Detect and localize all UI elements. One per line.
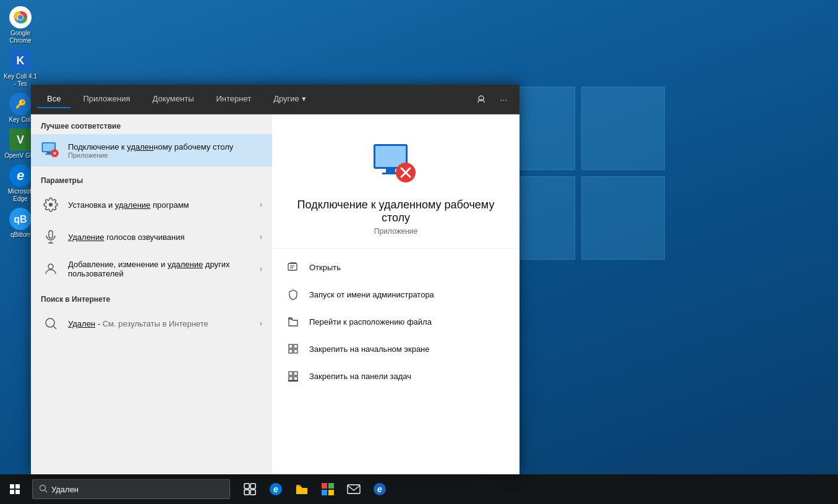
- search-tab-actions: ···: [471, 90, 513, 109]
- web-search-item[interactable]: Удален - См. результаты в Интернете ›: [31, 307, 272, 340]
- action-pin-start[interactable]: Закрепить на начальном экране: [272, 335, 519, 362]
- svg-rect-62: [328, 490, 334, 495]
- action-pin-taskbar-label: Закрепить на панели задач: [309, 372, 411, 381]
- svg-rect-45: [294, 377, 297, 380]
- taskbar-search-input[interactable]: [51, 485, 223, 494]
- svg-rect-48: [15, 484, 20, 489]
- settings-item-voices[interactable]: Удаление голосов озвучивания ›: [31, 221, 272, 253]
- user-icon: [41, 259, 61, 279]
- app-detail-icon: [371, 139, 421, 189]
- settings-item-users[interactable]: Добавление, изменение и удаление других …: [31, 253, 272, 285]
- web-search-text: Удален - См. результаты в Интернете: [68, 319, 252, 328]
- settings-item-install[interactable]: Установка и удаление программ ›: [31, 189, 272, 221]
- settings-item-text: Установка и удаление программ: [68, 200, 252, 210]
- svg-rect-40: [289, 349, 293, 353]
- svg-rect-56: [250, 490, 255, 495]
- rdp-large-icon: [371, 139, 421, 189]
- desktop-icon-keycoll1[interactable]: K Key Coll 4.1 - Tes: [3, 49, 38, 88]
- ellipsis-icon: ···: [500, 95, 507, 105]
- desktop-icon-label: qBittorr: [11, 231, 30, 239]
- action-pin-taskbar[interactable]: Закрепить на панели задач: [272, 362, 519, 390]
- svg-line-27: [54, 327, 57, 330]
- svg-point-51: [40, 485, 46, 490]
- desktop-icon-label: Key Coll: [9, 116, 32, 124]
- taskbar-task-view[interactable]: [237, 474, 262, 504]
- chevron-down-icon: ▾: [302, 94, 306, 103]
- svg-rect-43: [294, 372, 297, 375]
- tab-apps[interactable]: Приложения: [73, 90, 140, 108]
- taskbar-icons: e: [237, 474, 392, 504]
- taskbar-search-icon: [39, 484, 48, 495]
- edge-taskbar-icon: e: [269, 482, 283, 496]
- action-file-location[interactable]: Перейти к расположению файла: [272, 308, 519, 335]
- settings-voices-text: Удаление голосов озвучивания: [68, 233, 252, 242]
- svg-rect-30: [386, 169, 395, 173]
- app-detail-title: Подключение к удаленному рабочемустолу: [297, 199, 495, 224]
- svg-rect-22: [49, 231, 53, 238]
- taskbar-mail[interactable]: [341, 474, 366, 504]
- settings-users-title: Добавление, изменение и удаление других …: [68, 260, 252, 278]
- more-options-button[interactable]: ···: [494, 90, 513, 109]
- ie-icon: e: [373, 482, 387, 496]
- arrow-icon: ›: [260, 233, 262, 241]
- arrow-icon: ›: [260, 265, 262, 273]
- start-menu: Все Приложения Документы Интернет Другие…: [31, 85, 519, 474]
- desktop-icon-label: Google Chrome: [3, 30, 38, 45]
- svg-rect-38: [289, 344, 293, 348]
- svg-rect-35: [288, 263, 297, 270]
- best-match-header: Лучшее соответствие: [31, 114, 272, 134]
- tab-all[interactable]: Все: [37, 90, 71, 108]
- best-match-title: Подключение к удаленному рабочему столу: [68, 142, 262, 152]
- edge-icon: e: [9, 164, 32, 187]
- action-run-as-admin-label: Запуск от имени администратора: [309, 290, 434, 299]
- explorer-icon: [295, 482, 309, 496]
- svg-text:qB: qB: [14, 214, 27, 224]
- app-detail-header: Подключение к удаленному рабочемустолу П…: [272, 114, 519, 249]
- left-panel: Лучшее соответствие ✕: [31, 114, 272, 474]
- openvgui-icon: V: [9, 129, 32, 151]
- settings-section: Параметры Установка и удаление программ: [31, 169, 272, 285]
- desktop-icon-google-chrome[interactable]: Google Chrome: [3, 6, 38, 45]
- action-open-label: Открыть: [309, 263, 341, 272]
- cortana-icon: [476, 95, 486, 105]
- svg-text:e: e: [17, 168, 24, 183]
- svg-line-52: [45, 490, 48, 492]
- taskbar-ie[interactable]: e: [367, 474, 392, 504]
- keycoll1-icon: K: [9, 49, 32, 72]
- windows-start-icon: [9, 484, 20, 495]
- tab-docs[interactable]: Документы: [142, 90, 203, 108]
- tab-other[interactable]: Другие ▾: [263, 90, 316, 108]
- svg-rect-41: [294, 349, 297, 353]
- arrow-icon: ›: [260, 319, 262, 328]
- action-run-as-admin[interactable]: Запуск от имени администратора: [272, 281, 519, 308]
- start-button[interactable]: [0, 474, 30, 504]
- svg-point-3: [18, 15, 23, 20]
- web-search-title: Удален - См. результаты в Интернете: [68, 319, 252, 328]
- tab-web[interactable]: Интернет: [206, 90, 261, 108]
- action-pin-start-label: Закрепить на начальном экране: [309, 344, 430, 354]
- web-search-header: Поиск в Интернете: [31, 288, 272, 307]
- taskbar-edge[interactable]: e: [263, 474, 288, 504]
- shield-icon: [287, 288, 299, 301]
- best-match-subtitle: Приложение: [68, 152, 262, 159]
- taskbar-search-box[interactable]: [32, 479, 230, 499]
- best-match-item[interactable]: ✕ Подключение к удаленному рабочему стол…: [31, 134, 272, 166]
- settings-header: Параметры: [31, 169, 272, 189]
- best-match-text: Подключение к удаленному рабочему столу …: [68, 142, 262, 159]
- svg-rect-44: [289, 377, 293, 380]
- svg-rect-17: [47, 152, 51, 153]
- svg-rect-60: [328, 483, 334, 489]
- cortana-button[interactable]: [471, 90, 491, 109]
- taskbar-store[interactable]: [315, 474, 340, 504]
- chrome-icon: [9, 6, 32, 28]
- qbittorrent-icon: qB: [9, 208, 32, 230]
- pin-taskbar-icon: [287, 370, 299, 382]
- svg-text:e: e: [377, 484, 382, 494]
- search-tabs: Все Приложения Документы Интернет Другие…: [31, 85, 519, 114]
- svg-text:e: e: [273, 484, 278, 494]
- action-open[interactable]: Открыть: [272, 254, 519, 281]
- store-icon: [321, 482, 335, 496]
- gear-icon: [41, 195, 61, 215]
- taskbar-explorer[interactable]: [289, 474, 314, 504]
- microphone-icon: [41, 227, 61, 247]
